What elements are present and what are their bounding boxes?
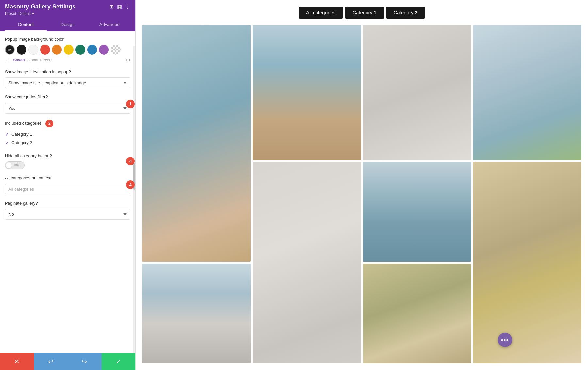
category-1-item: ✓ Category 1 [5, 130, 130, 139]
show-title-label: Show image title/caption in popup? [5, 69, 130, 75]
gallery-image-1[interactable] [142, 25, 251, 262]
panel-content: Popup image background color ✏ ··· Saved… [0, 31, 135, 353]
color-swatch-yellow[interactable] [64, 45, 74, 55]
categories-checkbox-list: ✓ Category 1 ✓ Category 2 [5, 130, 130, 147]
badge-1: 1 [126, 100, 135, 108]
filter-all-categories[interactable]: All categories [299, 7, 343, 19]
paginate-gallery-section: Paginate gallery? No Yes [5, 200, 130, 220]
panel-title: Masonry Gallery Settings [5, 3, 75, 10]
color-picker-section: Popup image background color ✏ ··· Saved… [5, 36, 130, 63]
color-swatch-transparent[interactable] [111, 45, 121, 55]
category-1-label: Category 1 [11, 132, 32, 137]
gallery-image-9[interactable] [142, 264, 251, 363]
color-swatch-green[interactable] [75, 45, 85, 55]
color-swatches: ✏ [5, 45, 130, 55]
panel-toolbar: ✕ ↩ ↪ ✓ [0, 353, 135, 370]
tab-advanced[interactable]: Advanced [89, 19, 130, 31]
color-tab-global[interactable]: Global [27, 58, 38, 62]
scrollbar-track [133, 46, 135, 353]
toggle-knob [6, 162, 12, 168]
tab-design[interactable]: Design [47, 19, 89, 31]
all-categories-text-input[interactable] [5, 184, 130, 194]
show-categories-filter-section: Show categories filter? Yes No 1 [5, 94, 130, 113]
category-1-check[interactable]: ✓ [5, 132, 9, 137]
filter-category-2[interactable]: Category 2 [386, 7, 425, 19]
show-title-section: Show image title/caption in popup? Show … [5, 69, 130, 88]
gallery-image-8[interactable] [363, 264, 471, 363]
preset-label[interactable]: Preset: Default [5, 11, 130, 16]
hide-all-category-label: Hide all category button? [5, 153, 130, 159]
save-button[interactable]: ✓ [102, 353, 136, 370]
color-swatch-white[interactable] [28, 45, 38, 55]
color-dots[interactable]: ··· [5, 57, 11, 63]
show-categories-select[interactable]: Yes No [5, 103, 130, 114]
undo-button[interactable]: ↩ [34, 353, 68, 370]
gallery-image-5[interactable] [363, 162, 471, 262]
color-swatch-blue[interactable] [87, 45, 97, 55]
gallery-image-2[interactable] [253, 25, 361, 160]
floating-menu-button[interactable]: ••• [498, 333, 512, 347]
category-2-item: ✓ Category 2 [5, 139, 130, 147]
redo-button[interactable]: ↪ [68, 353, 102, 370]
gallery-image-3[interactable] [363, 25, 471, 160]
color-tab-recent[interactable]: Recent [40, 58, 52, 62]
settings-panel: Masonry Gallery Settings ⊞ ▦ ⋮ Preset: D… [0, 0, 136, 370]
tab-content[interactable]: Content [5, 19, 47, 31]
header-icons: ⊞ ▦ ⋮ [109, 4, 130, 10]
gallery-image-4[interactable] [473, 25, 581, 160]
category-filters: All categories Category 1 Category 2 [142, 7, 581, 19]
color-tabs-row: ··· Saved Global Recent ⚙ [5, 57, 130, 63]
paginate-gallery-label: Paginate gallery? [5, 200, 130, 206]
more-icon[interactable]: ⋮ [125, 4, 130, 10]
badge-4: 4 [126, 180, 135, 189]
gallery-area: All categories Category 1 Category 2 ••• [136, 0, 588, 370]
gallery-image-6[interactable] [473, 162, 581, 363]
color-swatch-red[interactable] [40, 45, 50, 55]
color-swatch-purple[interactable] [99, 45, 109, 55]
all-categories-text-section: All categories button text 4 [5, 175, 130, 194]
color-settings-icon[interactable]: ⚙ [126, 58, 130, 63]
hide-all-toggle[interactable]: NO [5, 161, 24, 169]
category-2-label: Category 2 [11, 140, 32, 145]
panel-header: Masonry Gallery Settings ⊞ ▦ ⋮ Preset: D… [0, 0, 135, 31]
gallery-image-7[interactable] [253, 162, 361, 363]
color-swatch-black[interactable] [17, 45, 26, 55]
color-swatch-orange[interactable] [52, 45, 62, 55]
layout-icon[interactable]: ▦ [117, 4, 122, 10]
toggle-no-label: NO [14, 163, 19, 167]
show-title-select[interactable]: Show Image title + caption outside image… [5, 77, 130, 88]
filter-category-1[interactable]: Category 1 [345, 7, 384, 19]
badge-2: 2 [45, 120, 53, 127]
color-swatch-pencil[interactable]: ✏ [5, 45, 15, 55]
hide-all-category-section: Hide all category button? NO 3 [5, 153, 130, 169]
color-section-label: Popup image background color [5, 36, 130, 42]
color-tab-saved[interactable]: Saved [13, 58, 24, 62]
included-categories-label: Included categories 2 [5, 120, 130, 127]
cancel-button[interactable]: ✕ [0, 353, 34, 370]
badge-3: 3 [126, 157, 135, 165]
panel-tabs: Content Design Advanced [5, 19, 130, 31]
focus-icon[interactable]: ⊞ [109, 4, 114, 10]
paginate-gallery-select[interactable]: No Yes [5, 209, 130, 220]
all-categories-text-label: All categories button text [5, 175, 130, 181]
show-categories-label: Show categories filter? [5, 94, 130, 100]
included-categories-section: Included categories 2 ✓ Category 1 ✓ Cat… [5, 120, 130, 147]
masonry-grid [142, 25, 581, 363]
category-2-check[interactable]: ✓ [5, 140, 9, 145]
